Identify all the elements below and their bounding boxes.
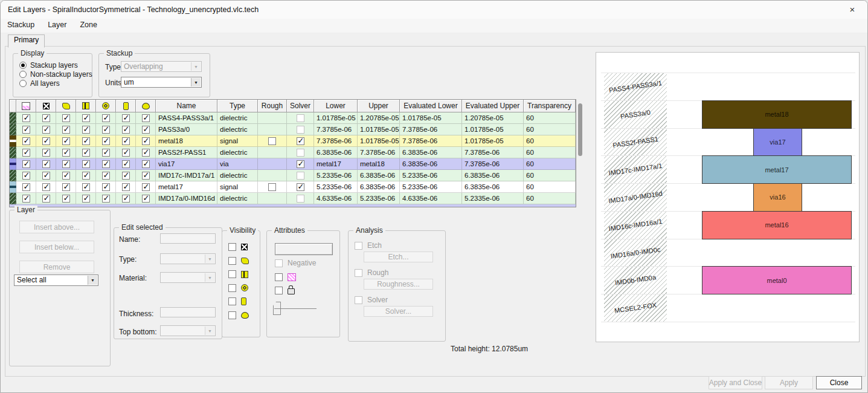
layer-visibility-checkbox[interactable] [122,160,130,168]
layer-visibility-checkbox[interactable] [142,149,150,157]
layer-visibility-checkbox[interactable] [62,137,70,145]
visibility-toggle-checkbox[interactable] [228,311,236,319]
layer-visibility-checkbox[interactable] [102,160,110,168]
layer-visibility-checkbox[interactable] [122,195,130,203]
menu-zone[interactable]: Zone [73,19,104,29]
layer-visibility-checkbox[interactable] [102,183,110,191]
visibility-toggle-checkbox[interactable] [228,257,236,265]
layer-visibility-checkbox[interactable] [122,126,130,134]
roughness-button[interactable]: Roughness... [364,279,433,290]
menu-stackup[interactable]: Stackup [1,19,41,29]
table-row[interactable]: IMD17a/0-IMD16ddielectric4.6335e-065.233… [10,193,576,204]
column-header-rect-icon[interactable] [36,100,56,112]
layer-visibility-checkbox[interactable] [22,137,30,145]
stackup-units-combo[interactable]: um ▼ [121,77,202,88]
layer-visibility-checkbox[interactable] [122,172,130,180]
solver-checkbox[interactable] [297,183,304,191]
layer-visibility-checkbox[interactable] [122,183,130,191]
display-option-row[interactable]: All layers [19,79,60,88]
solver-checkbox[interactable] [297,114,304,122]
radio-button[interactable] [19,62,27,69]
close-icon[interactable]: × [847,4,858,15]
etch-button[interactable]: Etch... [364,252,433,262]
radio-button[interactable] [19,80,27,87]
column-header-path-icon[interactable] [76,100,96,112]
layer-visibility-checkbox[interactable] [42,149,50,157]
solver-checkbox[interactable] [297,126,304,134]
tab-primary[interactable]: Primary [8,34,45,48]
table-row[interactable]: IMD17c-IMD17a/1dielectric5.2335e-066.383… [10,170,576,181]
layer-visibility-checkbox[interactable] [142,183,150,191]
layer-visibility-checkbox[interactable] [42,183,50,191]
layer-visibility-checkbox[interactable] [22,114,30,122]
layer-visibility-checkbox[interactable] [82,137,90,145]
remove-button[interactable]: Remove [19,261,94,273]
layer-visibility-checkbox[interactable] [62,114,70,122]
layer-visibility-checkbox[interactable] [102,149,110,157]
solver-button[interactable]: Solver... [364,306,433,317]
layer-visibility-checkbox[interactable] [102,114,110,122]
display-option-row[interactable]: Stackup layers [19,61,78,70]
solver-checkbox[interactable] [297,149,304,157]
layer-visibility-checkbox[interactable] [82,114,90,122]
column-header-polygon-icon[interactable] [56,100,76,112]
layer-visibility-checkbox[interactable] [62,172,70,180]
layer-visibility-checkbox[interactable] [82,149,90,157]
layer-visibility-checkbox[interactable] [102,172,110,180]
insert-below-button[interactable]: Insert below... [19,241,94,253]
layer-visibility-checkbox[interactable] [82,183,90,191]
layer-visibility-checkbox[interactable] [62,195,70,203]
layer-visibility-checkbox[interactable] [142,195,150,203]
layer-visibility-checkbox[interactable] [22,172,30,180]
apply-button[interactable]: Apply [765,376,813,389]
layer-visibility-checkbox[interactable] [142,137,150,145]
layer-visibility-checkbox[interactable] [22,183,30,191]
layer-visibility-checkbox[interactable] [142,126,150,134]
layer-visibility-checkbox[interactable] [82,126,90,134]
layer-visibility-checkbox[interactable] [42,172,50,180]
layer-visibility-checkbox[interactable] [62,160,70,168]
layers-table-partial-row[interactable] [9,204,576,207]
visibility-toggle-checkbox[interactable] [228,243,236,251]
close-button[interactable]: Close [816,376,862,389]
layer-visibility-checkbox[interactable] [82,160,90,168]
layer-visibility-checkbox[interactable] [62,126,70,134]
insert-above-button[interactable]: Insert above... [19,221,94,233]
visibility-toggle-checkbox[interactable] [228,270,236,278]
table-row[interactable]: PASS4-PASS3a/1dielectric1.01785e-051.207… [10,112,576,124]
visibility-toggle-checkbox[interactable] [228,297,236,305]
layer-visibility-checkbox[interactable] [82,195,90,203]
table-row[interactable]: metal18signal7.3785e-061.01785e-057.3785… [10,135,576,147]
layer-visibility-checkbox[interactable] [102,195,110,203]
layer-visibility-checkbox[interactable] [142,160,150,168]
layer-visibility-checkbox[interactable] [42,126,50,134]
layer-visibility-checkbox[interactable] [42,160,50,168]
layer-visibility-checkbox[interactable] [22,126,30,134]
column-header-bug-icon[interactable] [136,100,156,112]
lock-checkbox[interactable] [275,287,283,294]
table-scrollbar[interactable] [578,103,582,156]
column-header-circle-icon[interactable] [96,100,116,112]
menu-layer[interactable]: Layer [41,19,73,29]
display-option-row[interactable]: Non-stackup layers [19,70,92,79]
rough-checkbox[interactable] [268,183,276,191]
layer-visibility-checkbox[interactable] [22,195,30,203]
pattern-checkbox[interactable] [275,273,283,281]
layer-visibility-checkbox[interactable] [122,149,130,157]
layer-visibility-checkbox[interactable] [122,137,130,145]
layer-visibility-checkbox[interactable] [42,137,50,145]
solver-checkbox[interactable] [297,195,304,203]
radio-button[interactable] [19,71,27,78]
layer-visibility-checkbox[interactable] [142,114,150,122]
column-header-pin-icon[interactable] [116,100,136,112]
layer-visibility-checkbox[interactable] [142,172,150,180]
table-row[interactable]: metal17signal5.2335e-066.3835e-065.2335e… [10,181,576,193]
layer-visibility-checkbox[interactable] [122,114,130,122]
solver-checkbox[interactable] [297,160,304,168]
apply-and-close-button[interactable]: Apply and Close [709,376,762,389]
layer-visibility-checkbox[interactable] [42,114,50,122]
column-header-pattern-icon[interactable] [16,100,36,112]
visibility-toggle-checkbox[interactable] [228,284,236,292]
layer-visibility-checkbox[interactable] [102,137,110,145]
layer-visibility-checkbox[interactable] [62,183,70,191]
